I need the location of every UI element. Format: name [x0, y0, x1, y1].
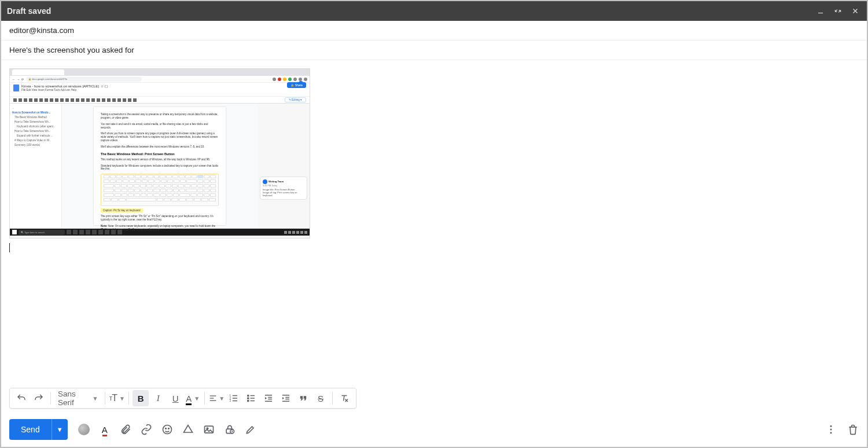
indent-less-button[interactable] — [260, 390, 277, 406]
send-button[interactable]: Send — [9, 419, 52, 440]
docs-icon — [13, 85, 19, 91]
confidential-mode-icon[interactable] — [224, 424, 236, 435]
windows-start-icon — [12, 230, 17, 234]
formatting-options-icon[interactable] — [78, 424, 90, 435]
insert-icons: A — [78, 424, 256, 435]
align-button[interactable]: ▼ — [208, 390, 225, 406]
shot-share-button: 🔒 Share — [287, 82, 306, 88]
undo-button[interactable] — [13, 390, 30, 406]
svg-point-29 — [165, 428, 166, 429]
compose-actions: Send ▼ A — [1, 416, 867, 447]
insert-signature-icon[interactable] — [245, 424, 256, 435]
recipients-row[interactable]: editor@kinsta.com — [1, 21, 867, 41]
shot-docs-header: Kinsta - how to screenshot on windows [A… — [10, 83, 310, 97]
shot-docs-toolbar: ✎ Editing ▾ — [10, 97, 310, 104]
message-body[interactable]: ←→⟳ 🔒 docs.google.com/document/d/1Tle Ki… — [1, 60, 867, 388]
svg-point-30 — [168, 428, 169, 429]
shot-browser-tabs — [10, 69, 310, 76]
svg-point-28 — [163, 425, 171, 434]
svg-point-14 — [248, 398, 249, 399]
underline-button[interactable]: U — [167, 390, 183, 406]
numbered-list-button[interactable]: 123 — [226, 390, 242, 406]
shot-url: 🔒 docs.google.com/document/d/1Tle — [26, 77, 142, 82]
svg-point-37 — [830, 432, 832, 434]
titlebar: Draft saved — [1, 1, 867, 21]
window-title: Draft saved — [7, 6, 51, 16]
shot-page: Taking a screenshot is the easiest way t… — [94, 107, 226, 225]
text-color-button[interactable]: A▼ — [185, 390, 201, 406]
bold-button[interactable]: B — [133, 390, 149, 406]
remove-formatting-button[interactable] — [336, 390, 352, 406]
subject-row[interactable]: Here's the screenshot you asked for — [1, 41, 867, 60]
insert-emoji-icon[interactable] — [161, 424, 173, 435]
subject-text[interactable]: Here's the screenshot you asked for — [9, 46, 134, 54]
recipient-chip[interactable]: editor@kinsta.com — [9, 26, 74, 35]
right-actions — [825, 424, 859, 435]
shot-tab — [12, 69, 64, 75]
shot-keyboard-image — [101, 174, 219, 206]
redo-button[interactable] — [31, 390, 47, 406]
text-color-icon[interactable]: A — [99, 424, 111, 435]
send-group: Send ▼ — [9, 419, 68, 440]
minimize-button[interactable] — [815, 5, 826, 17]
fullscreen-exit-button[interactable] — [832, 5, 844, 17]
inline-image[interactable]: ←→⟳ 🔒 docs.google.com/document/d/1Tle Ki… — [9, 68, 310, 238]
shot-comment: Writing Team 3:41 PM Today Image title: … — [260, 177, 307, 200]
shot-outline: ← How to Screenshot on Windo... The Basi… — [10, 104, 62, 229]
close-button[interactable] — [849, 5, 861, 17]
taskbar-search: 🔍 Type here to search — [19, 230, 65, 235]
shot-main: ← How to Screenshot on Windo... The Basi… — [10, 104, 310, 229]
quote-button[interactable] — [295, 390, 311, 406]
shot-doc-title: Kinsta - how to screenshot on windows [A… — [21, 84, 108, 88]
send-options-button[interactable]: ▼ — [52, 419, 68, 440]
svg-text:3: 3 — [230, 399, 231, 402]
italic-button[interactable]: I — [150, 390, 166, 406]
insert-link-icon[interactable] — [141, 424, 152, 435]
svg-point-36 — [830, 429, 832, 431]
svg-point-12 — [248, 395, 249, 396]
shot-address-bar: ←→⟳ 🔒 docs.google.com/document/d/1Tle — [10, 76, 310, 83]
shot-page-wrap: Taking a screenshot is the easiest way t… — [62, 104, 258, 229]
formatting-toolbar: Sans Serif▼ тT▼ B I U A▼ ▼ 123 S — [9, 388, 356, 409]
shot-doc-menu: File Edit View Insert Format Tools Add-o… — [21, 89, 108, 91]
shot-caption: Caption: Prt Sc key on keyboard — [101, 208, 143, 212]
attach-file-icon[interactable] — [120, 424, 131, 435]
indent-more-button[interactable] — [278, 390, 294, 406]
svg-point-16 — [248, 400, 249, 401]
strikethrough-button[interactable]: S — [312, 390, 329, 406]
compose-window: Draft saved editor@kinsta.com Here's the… — [0, 0, 868, 448]
svg-point-35 — [830, 425, 832, 427]
more-options-icon[interactable] — [825, 424, 837, 435]
bullet-list-button[interactable] — [243, 390, 259, 406]
text-cursor — [9, 243, 10, 252]
font-family-picker[interactable]: Sans Serif▼ — [54, 390, 102, 407]
font-size-button[interactable]: тT▼ — [109, 390, 125, 406]
shot-right-sidebar: Writing Team 3:41 PM Today Image title: … — [258, 104, 310, 229]
insert-photo-icon[interactable] — [203, 424, 215, 435]
insert-drive-icon[interactable] — [182, 424, 194, 435]
discard-draft-icon[interactable] — [847, 424, 859, 435]
